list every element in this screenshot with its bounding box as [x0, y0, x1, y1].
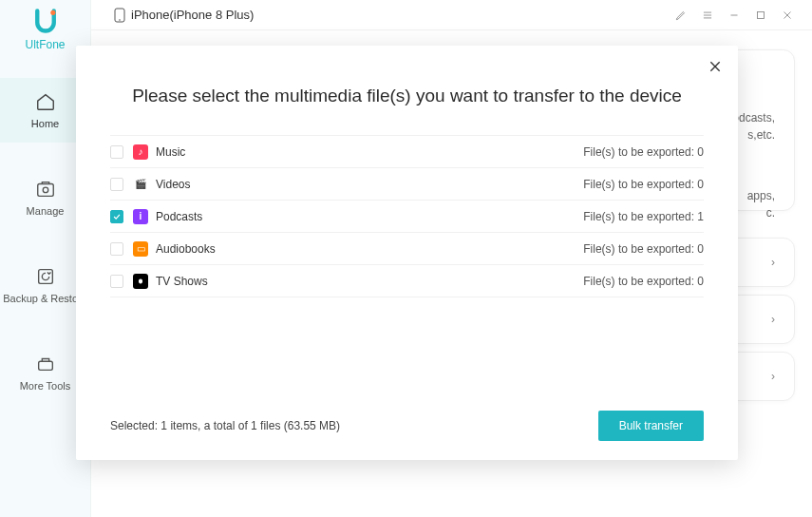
row-count: File(s) to be exported: 0 [583, 242, 704, 256]
row-count: File(s) to be exported: 0 [583, 275, 704, 288]
close-icon [708, 59, 723, 74]
videos-icon: 🎬 [133, 177, 148, 192]
podcasts-icon: i [133, 209, 148, 224]
row-label: TV Shows [156, 275, 583, 288]
row-label: Videos [156, 178, 583, 191]
category-row-tvshows[interactable]: TV Shows File(s) to be exported: 0 [110, 265, 704, 297]
modal-footer: Selected: 1 items, a total of 1 files (6… [110, 411, 704, 441]
tvshows-icon [133, 274, 148, 289]
category-list: ♪ Music File(s) to be exported: 0 🎬 Vide… [110, 135, 704, 297]
checkbox-music[interactable] [110, 145, 123, 159]
category-row-audiobooks[interactable]: ▭ Audiobooks File(s) to be exported: 0 [110, 233, 704, 265]
checkbox-videos[interactable] [110, 178, 123, 191]
category-row-podcasts[interactable]: i Podcasts File(s) to be exported: 1 [110, 201, 704, 233]
row-count: File(s) to be exported: 0 [583, 178, 704, 191]
close-modal-button[interactable] [704, 55, 727, 78]
row-count: File(s) to be exported: 0 [583, 145, 704, 159]
apple-icon [136, 277, 145, 286]
bulk-transfer-button[interactable]: Bulk transfer [598, 411, 704, 441]
checkbox-tvshows[interactable] [110, 275, 123, 288]
checkbox-podcasts[interactable] [110, 210, 123, 223]
modal-title: Please select the multimedia file(s) you… [110, 86, 704, 106]
row-label: Audiobooks [156, 242, 583, 256]
row-count: File(s) to be exported: 1 [583, 210, 704, 223]
checkbox-audiobooks[interactable] [110, 242, 123, 256]
selection-summary: Selected: 1 items, a total of 1 files (6… [110, 419, 340, 432]
audiobooks-icon: ▭ [133, 241, 148, 257]
check-icon [112, 212, 122, 221]
music-icon: ♪ [133, 144, 148, 160]
transfer-modal: Please select the multimedia file(s) you… [76, 46, 738, 460]
category-row-videos[interactable]: 🎬 Videos File(s) to be exported: 0 [110, 168, 704, 201]
category-row-music[interactable]: ♪ Music File(s) to be exported: 0 [110, 136, 704, 168]
row-label: Podcasts [156, 210, 583, 223]
row-label: Music [156, 145, 583, 159]
